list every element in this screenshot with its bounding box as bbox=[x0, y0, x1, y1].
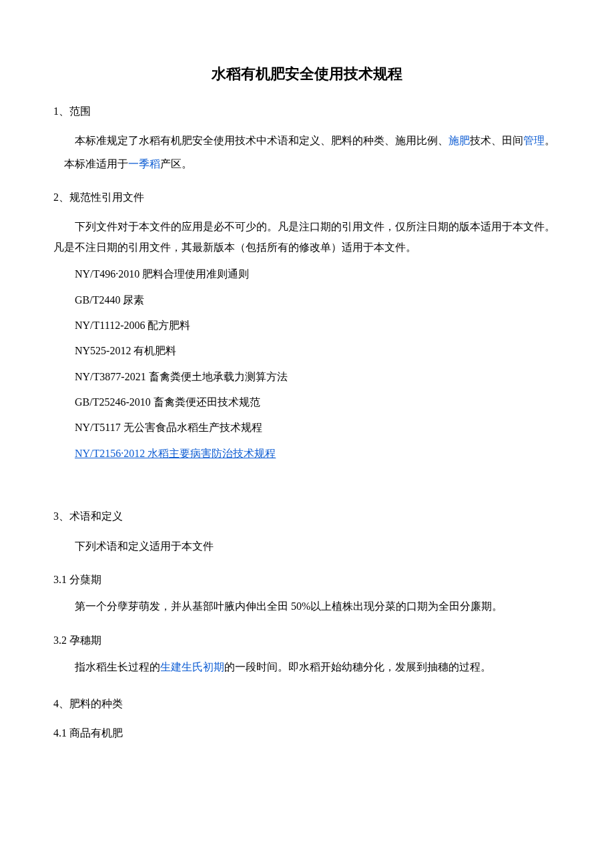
section-2-paragraph-1: 下列文件对于本文件的应用是必不可少的。凡是注口期的引用文件，仅所注日期的版本适用… bbox=[53, 217, 561, 258]
section-3-paragraph-1: 下列术语和定义适用于本文件 bbox=[53, 536, 561, 556]
section-4-1-heading: 4.1 商品有机肥 bbox=[53, 723, 561, 743]
reference-item: GB/T2440 尿素 bbox=[53, 290, 561, 310]
text-span: 。 bbox=[545, 135, 555, 146]
link-yijidao[interactable]: 一季稻 bbox=[128, 158, 160, 169]
section-3-heading: 3、术语和定义 bbox=[53, 506, 561, 526]
section-3-2-heading: 3.2 孕穗期 bbox=[53, 630, 561, 650]
link-shifei[interactable]: 施肥 bbox=[448, 135, 470, 146]
text-span: 技术、田间 bbox=[470, 135, 523, 146]
document-title: 水稻有机肥安全使用技术规程 bbox=[53, 60, 561, 88]
reference-item: NY/T496·2010 肥料合理使用准则通则 bbox=[53, 264, 561, 284]
document-page: 水稻有机肥安全使用技术规程 1、范围 本标准规定了水稻有机肥安全使用技术中术语和… bbox=[0, 0, 614, 803]
section-4-heading: 4、肥料的种类 bbox=[53, 694, 561, 714]
section-1-paragraph-1: 本标准规定了水稻有机肥安全使用技术中术语和定义、肥料的种类、施用比例、施肥技术、… bbox=[53, 131, 561, 151]
section-3-1-heading: 3.1 分蘖期 bbox=[53, 570, 561, 590]
link-guanli[interactable]: 管理 bbox=[523, 135, 545, 146]
reference-item: NY/T3877-2021 畜禽粪便土地承载力测算方法 bbox=[53, 367, 561, 387]
reference-item: NY525-2012 有机肥料 bbox=[53, 341, 561, 361]
link-shengjian[interactable]: 生建生氏初期 bbox=[160, 661, 224, 673]
section-1-heading: 1、范围 bbox=[53, 101, 561, 121]
reference-item-link: NY/T2156·2012 水稻主要病害防治技术规程 bbox=[53, 444, 561, 464]
text-span: 本标准规定了水稻有机肥安全使用技术中术语和定义、肥料的种类、施用比例、 bbox=[75, 135, 448, 146]
section-2-heading: 2、规范性引用文件 bbox=[53, 187, 561, 207]
reference-item: NY/T1112-2006 配方肥料 bbox=[53, 316, 561, 336]
text-span: 指水稻生长过程的 bbox=[75, 661, 160, 673]
section-3-1-paragraph: 第一个分孽芽萌发，并从基部叶腋内伸出全田 50%以上植株出现分菜的口期为全田分廉… bbox=[53, 596, 561, 616]
spacer bbox=[53, 481, 561, 493]
spacer bbox=[53, 469, 561, 481]
section-3-2-paragraph: 指水稻生长过程的生建生氏初期的一段时间。即水稻开始幼穗分化，发展到抽穗的过程。 bbox=[53, 657, 561, 677]
text-span: 产区。 bbox=[160, 158, 192, 169]
text-span: 本标准适用于 bbox=[64, 158, 128, 169]
link-ny-t2156[interactable]: NY/T2156·2012 水稻主要病害防治技术规程 bbox=[75, 448, 276, 459]
text-span: 的一段时间。即水稻开始幼穗分化，发展到抽穗的过程。 bbox=[224, 661, 491, 673]
section-1-paragraph-2: 本标准适用于一季稻产区。 bbox=[53, 154, 561, 174]
reference-item: GB/T25246-2010 畜禽粪便还田技术规范 bbox=[53, 392, 561, 412]
reference-item: NY/T5117 无公害食品水稻生产技术规程 bbox=[53, 418, 561, 438]
